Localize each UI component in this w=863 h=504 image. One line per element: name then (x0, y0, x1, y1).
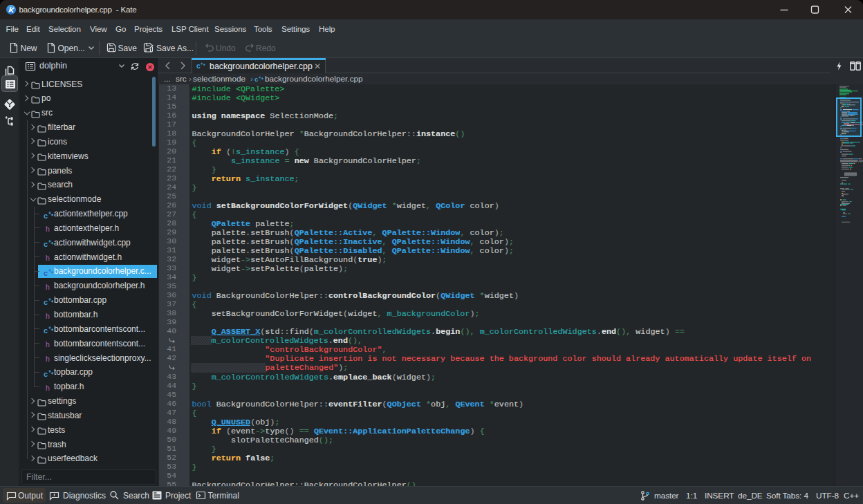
svg-text:h: h (46, 225, 50, 233)
svg-text:h: h (46, 340, 50, 348)
svg-text:c: c (44, 297, 48, 306)
svg-text:c: c (44, 240, 48, 248)
svg-text:c: c (44, 369, 48, 377)
svg-text:c: c (254, 75, 258, 83)
svg-text:c: c (44, 211, 48, 219)
svg-text:c: c (44, 326, 48, 335)
svg-text:h: h (46, 254, 50, 262)
svg-text:c: c (196, 62, 201, 70)
svg-text:c: c (44, 268, 48, 277)
svg-text:h: h (46, 312, 50, 320)
svg-text:h: h (46, 384, 50, 392)
svg-text:h: h (46, 355, 50, 363)
svg-text:h: h (46, 283, 50, 291)
